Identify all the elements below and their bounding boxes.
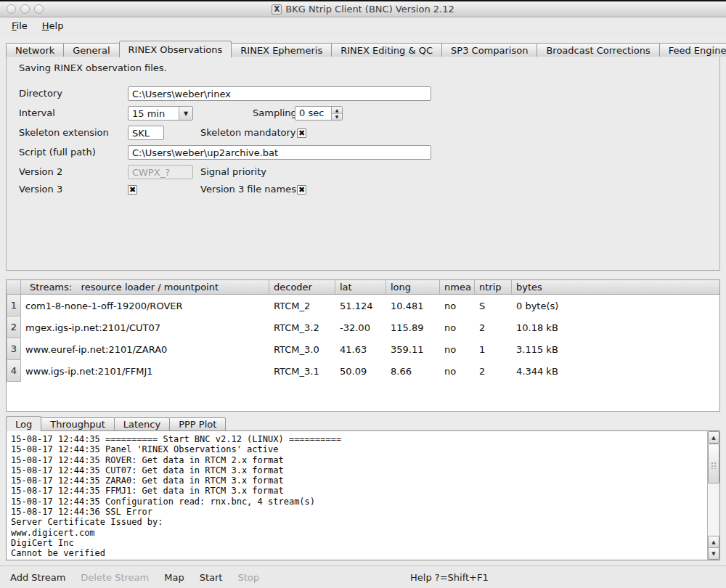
script-input[interactable]: [128, 145, 431, 160]
cell-nmea: no: [440, 317, 475, 338]
cell-ntrip: 2: [475, 317, 512, 338]
cell-decoder: RTCM_3.1: [269, 360, 335, 382]
tab-rinex-editing-qc[interactable]: RINEX Editing & QC: [331, 43, 442, 57]
header-ntrip[interactable]: ntrip: [475, 280, 512, 294]
cell-ntrip: S: [475, 295, 512, 317]
tab-sp3-comparison[interactable]: SP3 Comparison: [441, 43, 537, 57]
spinner-buttons: ▲ ▼: [331, 107, 342, 120]
log-line: 15-08-17 12:44:35 ========== Start BNC v…: [11, 434, 705, 444]
header-bytes[interactable]: bytes: [512, 280, 719, 294]
interval-dropdown[interactable]: 15 min ▼: [128, 106, 193, 121]
sampling-value: 0 sec: [295, 107, 331, 120]
add-stream-button[interactable]: Add Stream: [10, 572, 65, 583]
row-number[interactable]: 4: [7, 360, 21, 382]
cell-bytes: 3.115 kB: [512, 338, 719, 360]
cell-lat: -32.00: [335, 317, 386, 338]
scroll-up-icon[interactable]: ▲: [708, 536, 719, 548]
cell-bytes: 0 byte(s): [512, 295, 719, 317]
skeleton-extension-input[interactable]: [128, 126, 164, 140]
cell-lat: 51.124: [335, 295, 386, 317]
spinner-up-icon[interactable]: ▲: [332, 107, 342, 114]
row-number[interactable]: 2: [7, 317, 21, 338]
tab-ppp-plot[interactable]: PPP Plot: [169, 417, 226, 430]
scroll-up-icon[interactable]: ▲: [708, 431, 719, 444]
table-row[interactable]: 4 www.igs-ip.net:2101/FFMJ1 RTCM_3.1 50.…: [7, 360, 719, 382]
version3-filenames-checkbox[interactable]: ✖: [297, 185, 306, 195]
tab-log[interactable]: Log: [6, 416, 41, 431]
menu-file[interactable]: File: [4, 18, 35, 33]
tab-broadcast-corrections[interactable]: Broadcast Corrections: [537, 43, 659, 57]
menu-help[interactable]: Help: [35, 18, 71, 33]
log-line: Cannot be verified: [11, 548, 705, 558]
version3-filenames-label: Version 3 file names: [200, 182, 296, 197]
directory-input[interactable]: [128, 86, 431, 101]
app-icon: X: [272, 4, 282, 15]
sampling-spinner[interactable]: 0 sec ▲ ▼: [295, 106, 343, 121]
cell-ntrip: 2: [475, 360, 512, 382]
stop-button: Stop: [237, 572, 259, 583]
panel-description: Saving RINEX observation files.: [19, 62, 167, 73]
window-title: BKG Ntrip Client (BNC) Version 2.12: [285, 4, 454, 15]
log-line: www.digicert.com: [11, 528, 705, 538]
close-button[interactable]: [7, 4, 16, 14]
log-line: 15-08-17 12:44:36 SSL Error: [11, 507, 705, 517]
cell-long: 359.11: [386, 338, 440, 360]
log-line: DigiCert Inc: [11, 538, 705, 548]
row-number[interactable]: 1: [7, 295, 21, 317]
spinner-down-icon[interactable]: ▼: [332, 114, 342, 121]
scroll-down-icon[interactable]: ▼: [708, 547, 719, 560]
chevron-down-icon[interactable]: ▼: [179, 107, 192, 120]
row-number[interactable]: 3: [7, 338, 21, 360]
tab-general[interactable]: General: [63, 43, 119, 57]
cell-bytes: 10.18 kB: [512, 317, 719, 338]
bnc-window: X BKG Ntrip Client (BNC) Version 2.12 Fi…: [0, 0, 726, 588]
version3-checkbox[interactable]: ✖: [128, 185, 137, 195]
log-line: 15-08-17 12:44:35 ROVER: Get data in RTC…: [11, 455, 705, 465]
cell-lat: 50.09: [335, 360, 386, 382]
maximize-button[interactable]: [34, 4, 44, 14]
delete-stream-button: Delete Stream: [81, 572, 149, 583]
header-mountpoint[interactable]: Streams: resource loader / mountpoint: [21, 280, 269, 294]
table-row[interactable]: 3 www.euref-ip.net:2101/ZARA0 RTCM_3.0 4…: [7, 338, 719, 360]
header-nmea[interactable]: nmea: [440, 280, 475, 294]
signal-priority-label: Signal priority: [200, 165, 266, 179]
header-lat[interactable]: lat: [335, 280, 386, 294]
interval-value: 15 min: [129, 108, 179, 119]
table-row[interactable]: 1 com1-8-none-1-off-19200/ROVER RTCM_2 5…: [7, 295, 719, 317]
tab-rinex-ephemeris[interactable]: RINEX Ephemeris: [231, 43, 332, 57]
skeleton-extension-label: Skeleton extension: [19, 126, 109, 140]
streams-table: Streams: resource loader / mountpoint de…: [6, 279, 720, 412]
script-label: Script (full path): [19, 145, 96, 160]
directory-label: Directory: [19, 86, 62, 101]
menu-bar: File Help: [0, 18, 726, 33]
cell-mountpoint: www.euref-ip.net:2101/ZARA0: [21, 338, 269, 360]
cell-nmea: no: [440, 338, 475, 360]
tab-latency[interactable]: Latency: [114, 417, 170, 430]
skeleton-mandatory-checkbox[interactable]: ✖: [297, 128, 306, 138]
tab-feed-engine[interactable]: Feed Engine: [659, 43, 726, 57]
tab-throughput[interactable]: Throughput: [41, 417, 115, 430]
checkbox-check-icon: ✖: [298, 186, 305, 194]
version2-input: [128, 165, 193, 179]
minimize-button[interactable]: [20, 4, 30, 14]
header-decoder[interactable]: decoder: [269, 280, 335, 294]
title-bar[interactable]: X BKG Ntrip Client (BNC) Version 2.12: [0, 1, 726, 17]
version2-label: Version 2: [19, 165, 62, 179]
cell-ntrip: 1: [475, 338, 512, 360]
checkbox-check-icon: ✖: [129, 186, 136, 194]
panel-tab-bar: Network General RINEX Observations RINEX…: [6, 40, 720, 57]
map-button[interactable]: Map: [164, 572, 184, 583]
table-row[interactable]: 2 mgex.igs-ip.net:2101/CUT07 RTCM_3.2 -3…: [7, 317, 719, 338]
log-line: 15-08-17 12:44:35 Panel 'RINEX Observati…: [11, 444, 705, 454]
log-line: 15-08-17 12:44:35 Configuration read: rn…: [11, 497, 705, 507]
start-button[interactable]: Start: [200, 572, 223, 583]
log-output[interactable]: 15-08-17 12:44:35 ========== Start BNC v…: [6, 430, 720, 560]
log-scrollbar[interactable]: ▲ ▲ ▼: [707, 431, 719, 560]
tab-rinex-observations[interactable]: RINEX Observations: [119, 41, 232, 57]
traffic-lights: [7, 4, 44, 14]
scrollbar-thumb[interactable]: [708, 444, 719, 483]
header-long[interactable]: long: [386, 280, 440, 294]
streams-table-header: Streams: resource loader / mountpoint de…: [7, 280, 719, 295]
tab-network[interactable]: Network: [6, 43, 64, 57]
cell-mountpoint: com1-8-none-1-off-19200/ROVER: [21, 295, 269, 317]
